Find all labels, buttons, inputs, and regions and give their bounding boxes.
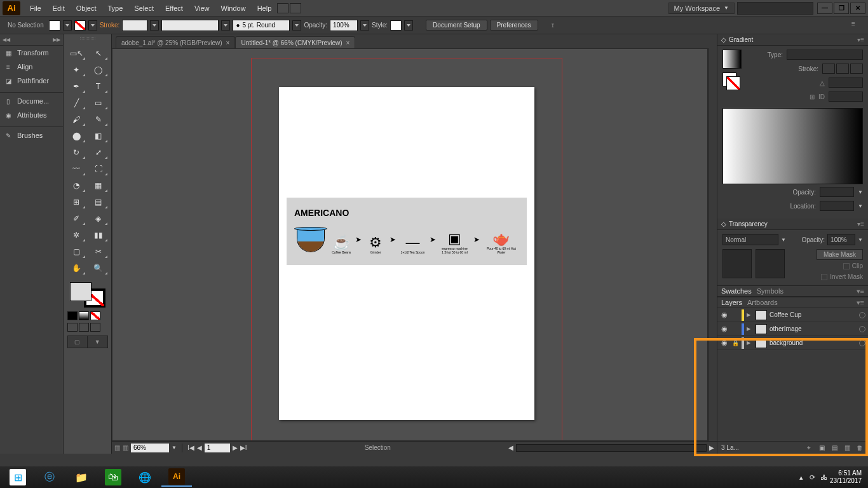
locate-icon[interactable]: ⌖ [804,444,813,452]
draw-behind-button[interactable] [79,323,89,332]
stroke-grad-1[interactable] [822,64,835,74]
document-tab-2[interactable]: Untitled-1* @ 66% (CMYK/Preview)× [235,36,355,49]
brush-dropdown[interactable] [292,20,301,30]
visibility-toggle[interactable]: ◉ [720,339,729,347]
gradient-angle-input[interactable] [829,78,863,88]
taskbar-store[interactable]: 🛍 [98,468,128,487]
symbol-sprayer-tool[interactable]: ✲ [66,227,86,243]
shape-builder-tool[interactable]: ◔ [66,178,86,193]
system-clock[interactable]: 6:51 AM 23/11/2017 [830,470,865,485]
toolbox-grip[interactable] [80,37,95,39]
maximize-button[interactable]: ❐ [834,3,849,14]
stop-opacity-input[interactable] [820,187,854,197]
expand-icon[interactable]: ▶ [747,326,753,332]
close-tab-icon[interactable]: × [346,39,350,46]
stroke-weight-dropdown[interactable] [150,20,159,30]
column-graph-tool[interactable]: ▮▮ [88,227,109,243]
none-mode-button[interactable] [90,311,100,320]
stroke-dropdown[interactable] [88,20,97,30]
document-setup-button[interactable]: Document Setup [426,20,487,30]
expand-icon[interactable]: ▶ [747,312,753,318]
free-transform-tool[interactable]: ⛶ [88,161,109,177]
menu-object[interactable]: Object [71,2,102,15]
hand-tool[interactable]: ✋ [66,261,86,276]
paintbrush-tool[interactable]: 🖌 [66,112,86,127]
rotate-tool[interactable]: ↻ [66,145,86,160]
panel-brushes[interactable]: ✎Brushes [0,128,63,142]
new-sublayer-icon[interactable]: ▤ [830,444,839,452]
mesh-tool[interactable]: ⊞ [66,194,86,210]
zoom-input[interactable]: 66% [131,444,169,452]
minimize-button[interactable]: — [817,3,832,14]
mask-thumb[interactable] [756,249,785,278]
scale-tool[interactable]: ⤢ [88,145,109,160]
line-tool[interactable]: ╱ [66,95,86,111]
screen-mode-button[interactable]: ▢▼ [67,336,108,348]
eraser-tool[interactable]: ◧ [88,128,109,144]
swatches-tab[interactable]: Swatches [721,287,752,295]
draw-normal-button[interactable] [67,323,78,332]
menu-select[interactable]: Select [128,2,159,15]
symbols-tab[interactable]: Symbols [757,287,783,295]
type-tool[interactable]: T [88,79,109,94]
pencil-tool[interactable]: ✎ [88,112,109,127]
clip-mask-icon[interactable]: ▣ [817,444,826,452]
gradient-ramp[interactable] [722,108,863,184]
tray-network-icon[interactable]: 🖧 [818,473,830,481]
fill-dropdown[interactable] [63,20,72,30]
profile-dropdown[interactable] [221,20,230,30]
stop-location-input[interactable] [820,201,854,211]
color-mode-button[interactable] [67,311,78,320]
selection-tool[interactable]: ▭↖ [66,46,86,61]
fill-stroke-control[interactable] [67,280,108,310]
horizontal-scrollbar[interactable] [516,444,707,452]
taskbar-illustrator[interactable]: Ai [161,468,192,487]
perspective-tool[interactable]: ▦ [88,178,109,193]
brush-combo[interactable]: ● 5 pt. Round [233,20,290,31]
gradient-panel-header[interactable]: ◇ Gradient▾≡ [717,34,868,46]
menu-file[interactable]: File [24,2,47,15]
scroll-right-icon[interactable]: ▶ [709,444,714,451]
draw-inside-button[interactable] [90,323,100,332]
gradient-stroke-swatch[interactable] [726,76,740,90]
stroke-weight-input[interactable] [122,20,147,31]
zoom-tool[interactable]: 🔍 [88,261,109,276]
menu-effect[interactable]: Effect [159,2,189,15]
delete-layer-icon[interactable]: 🗑 [855,444,864,452]
nav-last-icon[interactable]: ▶I [240,444,247,451]
stroke-grad-3[interactable] [850,64,863,74]
close-tab-icon[interactable]: × [226,39,230,46]
vertical-scrollbar[interactable] [708,48,717,441]
document-tab-1[interactable]: adobe_1.ai* @ 25% (RGB/Preview)× [116,36,235,49]
visibility-toggle[interactable]: ◉ [720,311,729,319]
blend-tool[interactable]: ◈ [88,211,109,226]
invert-mask-checkbox[interactable]: Invert Mask [821,273,863,280]
fill-box[interactable] [70,282,92,301]
clip-checkbox[interactable]: Clip [843,262,863,269]
gradient-preview-swatch[interactable] [722,50,742,69]
panel-attributes[interactable]: ◉Attributes [0,108,63,122]
rectangle-tool[interactable]: ▭ [88,95,109,111]
stroke-grad-2[interactable] [836,64,849,74]
panel-align[interactable]: ≡Align [0,60,63,74]
flyout-icon[interactable]: ≡ [851,20,863,30]
artboard-tool[interactable]: ▢ [66,244,86,259]
target-icon[interactable] [859,312,865,318]
target-icon[interactable] [859,326,865,332]
style-dropdown[interactable] [404,20,413,30]
menu-help[interactable]: Help [252,2,278,15]
tray-sync-icon[interactable]: ⟳ [807,473,818,482]
nav-first-icon[interactable]: I◀ [187,444,194,451]
opacity-dropdown[interactable] [360,20,369,30]
menu-window[interactable]: Window [215,2,252,15]
fill-swatch[interactable] [49,20,60,30]
taskbar-chrome[interactable]: 🌐 [130,468,160,487]
dock-collapse-button[interactable]: ◀◀▶▶ [0,34,63,46]
lock-toggle[interactable]: 🔒 [731,340,739,346]
menu-type[interactable]: Type [102,2,129,15]
start-button[interactable]: ⊞ [3,468,33,487]
target-icon[interactable] [859,340,865,346]
layer-row[interactable]: ◉ 🔒 ▶ background [717,336,868,350]
direct-selection-tool[interactable]: ↖ [88,46,109,61]
eyedropper-tool[interactable]: ✐ [66,211,86,226]
